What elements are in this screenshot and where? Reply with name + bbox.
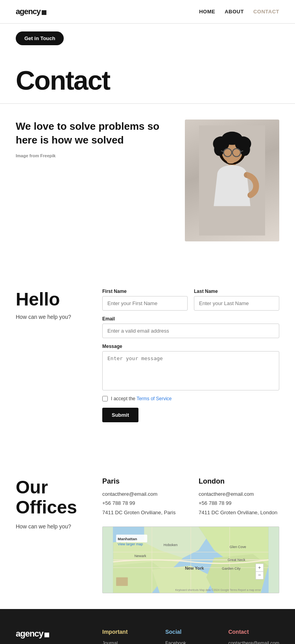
svg-text:Great Neck: Great Neck: [228, 558, 245, 562]
svg-point-14: [227, 158, 235, 164]
message-label: Message: [102, 344, 279, 349]
form-right: First Name Last Name Email Message I ac: [102, 289, 279, 422]
form-subtext: How can we help you?: [16, 314, 87, 320]
svg-rect-43: [116, 578, 128, 586]
terms-label: I accept the Terms of Service: [111, 396, 172, 401]
svg-text:Manhattan: Manhattan: [118, 537, 137, 541]
nav-home[interactable]: HOME: [199, 9, 215, 15]
map-svg: Newark New York Glen Cove Great Neck Gar…: [103, 527, 279, 593]
offices-left: Our Offices How can we help you?: [16, 477, 87, 593]
terms-row: I accept the Terms of Service: [102, 396, 279, 401]
svg-point-8: [240, 143, 250, 156]
form-message-row: Message: [102, 344, 279, 390]
submit-button[interactable]: Submit: [102, 408, 138, 422]
hero-heading: We love to solve problems so here is how…: [16, 120, 165, 147]
page-title: Contact: [16, 65, 279, 96]
office-paris-details: contacthere@email.com +56 788 78 99 7411…: [102, 489, 183, 517]
svg-text:+: +: [258, 565, 261, 570]
office-london-details: contacthere@email.com +56 788 78 99 7411…: [199, 489, 279, 517]
form-email-row: Email: [102, 316, 279, 338]
footer-logo: agency: [16, 629, 87, 639]
svg-text:Garden City: Garden City: [222, 567, 241, 570]
office-paris-title: Paris: [102, 477, 183, 486]
email-group: Email: [102, 316, 279, 338]
cta-section: Get in Touch: [0, 24, 295, 49]
last-name-group: Last Name: [194, 289, 279, 311]
footer-social-heading: Social: [165, 629, 212, 635]
office-paris: Paris contacthere@email.com +56 788 78 9…: [102, 477, 183, 517]
form-left: Hello How can we help you?: [16, 289, 87, 422]
first-name-input[interactable]: [102, 296, 188, 311]
form-name-row: First Name Last Name: [102, 289, 279, 311]
list-item: contacthere@email.com: [228, 640, 279, 644]
logo-text: agency: [16, 7, 41, 16]
footer-contact-heading: Contact: [228, 629, 279, 635]
last-name-input[interactable]: [194, 296, 279, 311]
footer-contact-list: contacthere@email.com +11 234 44 555 667…: [228, 640, 279, 644]
list-item: Facebook: [165, 640, 212, 644]
nav-links: HOME ABOUT CONTACT: [199, 9, 279, 15]
nav-contact[interactable]: CONTACT: [253, 9, 279, 15]
footer-logo-box-icon: [44, 633, 49, 637]
terms-link[interactable]: Terms of Service: [136, 396, 171, 401]
svg-point-6: [222, 132, 242, 145]
footer: agency Important Journal Career Mission …: [0, 609, 295, 644]
offices-grid: Paris contacthere@email.com +56 788 78 9…: [102, 477, 279, 517]
nav-about[interactable]: ABOUT: [225, 9, 244, 15]
hero-image: [185, 120, 279, 241]
logo: agency: [16, 7, 46, 16]
logo-box-icon: [42, 10, 46, 15]
form-section: Hello How can we help you? First Name La…: [0, 265, 295, 454]
hero-section: We love to solve problems so here is how…: [0, 104, 295, 265]
svg-text:New York: New York: [185, 566, 204, 570]
office-london-title: London: [199, 477, 279, 486]
last-name-label: Last Name: [194, 289, 279, 294]
svg-text:Keyboard shortcuts  Map data ©: Keyboard shortcuts Map data ©2024 Google…: [175, 589, 261, 592]
footer-important-col: Important Journal Career Mission & Visio…: [102, 629, 149, 644]
footer-important-heading: Important: [102, 629, 149, 635]
offices-subtext: How can we help you?: [16, 523, 87, 530]
message-group: Message: [102, 344, 279, 390]
office-london: London contacthere@email.com +56 788 78 …: [199, 477, 279, 517]
map-container[interactable]: Newark New York Glen Cove Great Neck Gar…: [102, 526, 279, 593]
footer-important-list: Journal Career Mission & Vision Pricing …: [102, 640, 149, 644]
offices-section: Our Offices How can we help you? Paris c…: [0, 454, 295, 609]
footer-logo-text: agency: [16, 629, 43, 638]
first-name-label: First Name: [102, 289, 188, 294]
navbar: agency HOME ABOUT CONTACT: [0, 0, 295, 24]
image-credit: Image from Freepik: [16, 153, 165, 158]
list-item: Journal: [102, 640, 149, 644]
footer-top: agency Important Journal Career Mission …: [16, 629, 279, 644]
svg-point-7: [214, 143, 224, 156]
svg-text:−: −: [258, 572, 261, 578]
footer-social-list: Facebook Twitter Instagram LinkedIn Gith…: [165, 640, 212, 644]
person-illustration: [197, 125, 267, 236]
email-input[interactable]: [102, 324, 279, 338]
message-input[interactable]: [102, 351, 279, 390]
footer-logo-section: agency: [16, 629, 87, 644]
footer-contact-col: Contact contacthere@email.com +11 234 44…: [228, 629, 279, 644]
form-heading: Hello: [16, 289, 87, 310]
offices-heading: Our Offices: [16, 477, 87, 517]
svg-text:View larger map: View larger map: [118, 543, 143, 546]
contact-heading-section: Contact: [0, 49, 295, 104]
terms-checkbox[interactable]: [102, 396, 108, 401]
offices-right: Paris contacthere@email.com +56 788 78 9…: [102, 477, 279, 593]
svg-text:Glen Cove: Glen Cove: [230, 545, 246, 549]
svg-text:Hoboken: Hoboken: [164, 543, 178, 547]
email-label: Email: [102, 316, 279, 322]
hero-image-placeholder: [185, 120, 279, 241]
hero-text: We love to solve problems so here is how…: [16, 120, 165, 158]
cta-button[interactable]: Get in Touch: [16, 31, 64, 45]
first-name-group: First Name: [102, 289, 188, 311]
svg-text:Newark: Newark: [135, 554, 147, 558]
footer-social-col: Social Facebook Twitter Instagram Linked…: [165, 629, 212, 644]
